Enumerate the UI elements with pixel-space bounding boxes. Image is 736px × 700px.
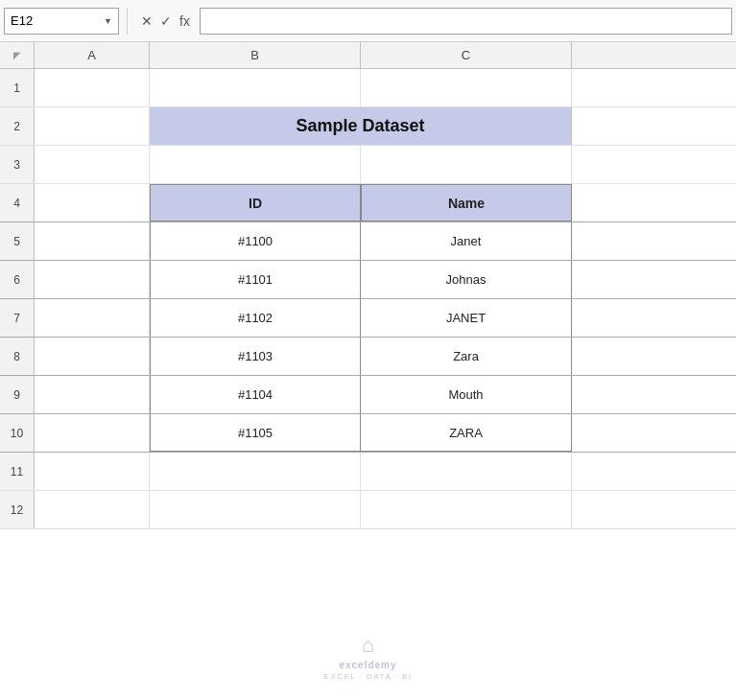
table-row: 5 #1100 Janet <box>0 222 736 261</box>
cell-b1[interactable] <box>150 69 361 106</box>
table-row: 3 <box>0 146 736 184</box>
cell-c3[interactable] <box>361 146 572 183</box>
row-header-7: 7 <box>0 299 35 337</box>
table-row: 9 #1104 Mouth <box>0 376 736 414</box>
cell-a8[interactable] <box>35 338 150 375</box>
cell-a3[interactable] <box>35 146 150 183</box>
cell-c1[interactable] <box>361 69 572 106</box>
row-header-12: 12 <box>0 491 35 528</box>
cell-c5[interactable]: Janet <box>361 222 572 260</box>
table-row: 7 #1102 JANET <box>0 299 736 338</box>
row-header-3: 3 <box>0 146 35 183</box>
corner-cell: ◤ <box>0 42 35 68</box>
cell-b8[interactable]: #1103 <box>150 338 361 375</box>
row-header-4: 4 <box>0 184 35 222</box>
cell-b7[interactable]: #1102 <box>150 299 361 337</box>
col-header-b[interactable]: B <box>150 42 361 68</box>
table-row: 6 #1101 Johnas <box>0 261 736 299</box>
cell-b12[interactable] <box>150 491 361 528</box>
column-headers: ◤ A B C <box>0 42 736 69</box>
spreadsheet-grid: ◤ A B C 1 2 Sample Dataset 3 <box>0 42 736 529</box>
cell-b9[interactable]: #1104 <box>150 376 361 413</box>
spreadsheet: ◤ A B C 1 2 Sample Dataset 3 <box>0 42 736 700</box>
row-header-9: 9 <box>0 376 35 413</box>
table-row: 11 <box>0 453 736 491</box>
row-header-6: 6 <box>0 261 35 298</box>
cell-a7[interactable] <box>35 299 150 337</box>
table-row: 1 <box>0 69 736 107</box>
cell-b4-header[interactable]: ID <box>150 184 361 222</box>
cell-a1[interactable] <box>35 69 150 106</box>
name-box-value: E12 <box>11 13 33 28</box>
name-box-chevron-icon: ▼ <box>104 16 112 26</box>
fx-icon[interactable]: fx <box>179 13 190 29</box>
cell-b10[interactable]: #1105 <box>150 414 361 452</box>
row-header-10: 10 <box>0 414 35 452</box>
row-header-2: 2 <box>0 107 35 145</box>
cell-b3[interactable] <box>150 146 361 183</box>
watermark: ⌂ exceldemy EXCEL · DATA · BI <box>323 633 412 681</box>
cell-a4[interactable] <box>35 184 150 222</box>
table-row: 8 #1103 Zara <box>0 338 736 376</box>
cell-c7[interactable]: JANET <box>361 299 572 337</box>
table-row: 10 #1105 ZARA <box>0 414 736 453</box>
cancel-icon[interactable]: ✕ <box>141 13 153 29</box>
table-row: 12 <box>0 491 736 529</box>
cell-c8[interactable]: Zara <box>361 338 572 375</box>
cell-b6[interactable]: #1101 <box>150 261 361 298</box>
cell-a6[interactable] <box>35 261 150 298</box>
name-box[interactable]: E12 ▼ <box>4 8 119 35</box>
row-header-5: 5 <box>0 222 35 260</box>
formula-bar-divider <box>127 8 128 35</box>
cell-c10[interactable]: ZARA <box>361 414 572 452</box>
dataset-title[interactable]: Sample Dataset <box>150 107 572 145</box>
grid-body: 1 2 Sample Dataset 3 4 <box>0 69 736 529</box>
watermark-logo-icon: ⌂ <box>362 633 374 658</box>
formula-bar: E12 ▼ ✕ ✓ fx <box>0 0 736 42</box>
watermark-tagline: EXCEL · DATA · BI <box>323 672 412 681</box>
cell-a11[interactable] <box>35 453 150 490</box>
cell-c4-header[interactable]: Name <box>361 184 572 222</box>
table-row: 4 ID Name <box>0 184 736 222</box>
cell-a5[interactable] <box>35 222 150 260</box>
watermark-brand: exceldemy <box>339 660 396 670</box>
cell-b11[interactable] <box>150 453 361 490</box>
cell-c6[interactable]: Johnas <box>361 261 572 298</box>
cell-c12[interactable] <box>361 491 572 528</box>
row-header-11: 11 <box>0 453 35 490</box>
formula-icons: ✕ ✓ fx <box>135 13 196 29</box>
cell-c9[interactable]: Mouth <box>361 376 572 413</box>
col-header-a[interactable]: A <box>35 42 150 68</box>
row-header-8: 8 <box>0 338 35 375</box>
col-header-c[interactable]: C <box>361 42 572 68</box>
cell-a12[interactable] <box>35 491 150 528</box>
table-row: 2 Sample Dataset <box>0 107 736 146</box>
confirm-icon[interactable]: ✓ <box>160 13 172 29</box>
cell-b5[interactable]: #1100 <box>150 222 361 260</box>
cell-a2[interactable] <box>35 107 150 145</box>
row-header-1: 1 <box>0 69 35 106</box>
cell-c11[interactable] <box>361 453 572 490</box>
cell-a10[interactable] <box>35 414 150 452</box>
formula-input[interactable] <box>200 8 732 35</box>
cell-a9[interactable] <box>35 376 150 413</box>
